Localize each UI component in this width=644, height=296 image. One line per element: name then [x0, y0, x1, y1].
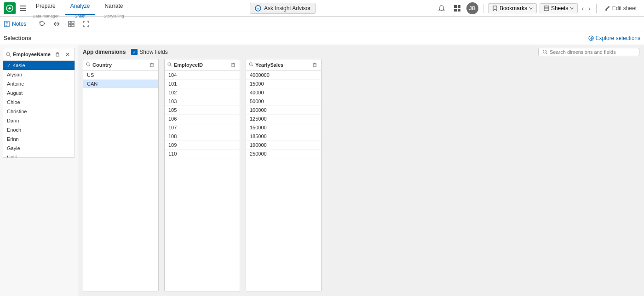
card-item[interactable]: 108	[165, 132, 240, 141]
svg-line-39	[171, 65, 172, 67]
card-item[interactable]: 15000	[246, 80, 321, 88]
bookmarks-button[interactable]: Bookmarks	[488, 3, 537, 13]
bookmark-icon	[492, 6, 498, 11]
card-item[interactable]: 103	[165, 97, 240, 106]
svg-line-25	[10, 55, 11, 57]
top-bar-right: JB Bookmarks Sheets ‹ ›	[435, 2, 640, 15]
filter-item[interactable]: Alyson	[3, 70, 75, 79]
left-panel: EmployeeName ✓KasieAlysonAntoineAug	[0, 45, 78, 296]
filter-item[interactable]: Chloe	[3, 98, 75, 107]
notes-button[interactable]: Notes	[4, 21, 26, 27]
filter-item[interactable]: Christine	[3, 107, 75, 116]
avatar[interactable]: JB	[466, 2, 478, 14]
card-item[interactable]: 100000	[246, 106, 321, 115]
card-trash-icon	[231, 63, 236, 67]
filter-item[interactable]: Holli	[3, 153, 75, 157]
card-item[interactable]: 50000	[246, 97, 321, 106]
show-fields-toggle[interactable]: ✓ Show fields	[131, 49, 167, 55]
card-item[interactable]: 110	[165, 150, 240, 158]
search-icon	[542, 49, 548, 55]
filter-title: EmployeeName	[13, 52, 52, 57]
card-item[interactable]: 185000	[246, 132, 321, 141]
card-list-country: USCAN	[83, 71, 158, 291]
snap-icon	[68, 20, 75, 28]
card-clear-button-employeeId[interactable]	[230, 61, 237, 69]
notifications-button[interactable]	[435, 2, 448, 15]
card-item[interactable]: 104	[165, 71, 240, 80]
svg-rect-19	[69, 21, 71, 23]
filter-item[interactable]: Antoine	[3, 79, 75, 88]
svg-rect-40	[232, 64, 235, 67]
card-item[interactable]: 102	[165, 88, 240, 97]
resize-icon	[53, 20, 60, 28]
card-header-yearlySales: YearlySales	[246, 59, 321, 71]
filter-list: ✓KasieAlysonAntoineAugustChloeChristineD…	[3, 61, 75, 157]
svg-point-33	[86, 63, 89, 65]
card-item[interactable]: 109	[165, 141, 240, 150]
filter-clear-button[interactable]	[53, 50, 62, 58]
edit-sheet-button[interactable]: Edit sheet	[601, 4, 640, 13]
next-nav-button[interactable]: ›	[587, 5, 592, 12]
apps-button[interactable]	[451, 2, 464, 15]
notes-label: Notes	[12, 21, 26, 27]
top-bar-left: Prepare Data manager Analyze Sheet Narra…	[4, 0, 130, 18]
filter-close-button[interactable]	[63, 50, 72, 58]
svg-point-31	[543, 50, 546, 53]
card-item[interactable]: 40000	[246, 88, 321, 97]
card-clear-button-country[interactable]	[148, 61, 155, 69]
analyze-tab-group: Analyze Sheet	[65, 0, 96, 18]
prepare-tab[interactable]: Prepare	[30, 0, 61, 15]
filter-item[interactable]: August	[3, 88, 75, 98]
card-item[interactable]: CAN	[83, 80, 158, 88]
card-clear-button-yearlySales[interactable]	[311, 61, 318, 69]
card-search-icon	[86, 62, 91, 67]
card-item[interactable]: 106	[165, 115, 240, 123]
card-item[interactable]: 107	[165, 123, 240, 132]
card-item[interactable]: 150000	[246, 123, 321, 132]
sheets-icon	[544, 6, 549, 11]
card-item[interactable]: 250000	[246, 150, 321, 158]
filter-item[interactable]: Gayle	[3, 144, 75, 153]
search-dimensions-input[interactable]	[550, 49, 632, 55]
card-item[interactable]: 125000	[246, 115, 321, 123]
fullscreen-icon	[82, 20, 90, 28]
card-header-employeeId: EmployeeID	[165, 59, 240, 71]
filter-item[interactable]: Erinn	[3, 134, 75, 144]
selections-bar: Selections Explore selections	[0, 31, 644, 45]
snap-button[interactable]	[65, 18, 77, 30]
fullscreen-button[interactable]	[80, 18, 92, 30]
employee-name-filter: EmployeeName ✓KasieAlysonAntoineAug	[3, 48, 75, 158]
filter-item[interactable]: ✓Kasie	[3, 61, 75, 70]
svg-line-32	[546, 53, 547, 54]
prepare-tab-group: Prepare Data manager	[30, 0, 61, 18]
ask-insight-advisor-button[interactable]: ? Ask Insight Advisor	[250, 3, 316, 14]
svg-rect-26	[56, 53, 59, 56]
explore-selections-button[interactable]: Explore selections	[588, 35, 640, 41]
separator2	[596, 4, 597, 13]
prev-nav-button[interactable]: ‹	[581, 5, 585, 12]
top-bar: Prepare Data manager Analyze Sheet Narra…	[0, 0, 644, 17]
app-dimensions-header: App dimensions ✓ Show fields	[78, 45, 644, 59]
hamburger-button[interactable]	[17, 3, 29, 14]
card-item[interactable]: 101	[165, 80, 240, 88]
sheets-button[interactable]: Sheets	[540, 3, 578, 13]
filter-item[interactable]: Darin	[3, 116, 75, 125]
narrate-subtitle: Storytelling	[99, 14, 128, 18]
lasso-select-button[interactable]	[36, 18, 48, 30]
show-fields-checkbox[interactable]: ✓	[131, 49, 138, 55]
card-search-icon	[167, 62, 172, 67]
card-item[interactable]: US	[83, 71, 158, 80]
analyze-tab[interactable]: Analyze	[65, 0, 96, 15]
card-item[interactable]: 190000	[246, 141, 321, 150]
explore-selections-icon	[588, 35, 594, 41]
main-content: EmployeeName ✓KasieAlysonAntoineAug	[0, 45, 644, 296]
resize-button[interactable]	[51, 18, 63, 30]
card-trash-icon	[312, 63, 317, 67]
card-item[interactable]: 105	[165, 106, 240, 115]
show-fields-label: Show fields	[139, 49, 167, 55]
dimension-card-yearlySales: YearlySales40000001500040000500001000001…	[246, 59, 322, 291]
card-item[interactable]: 4000000	[246, 71, 321, 80]
card-search-icon	[249, 62, 253, 67]
narrate-tab[interactable]: Narrate	[99, 0, 128, 15]
filter-item[interactable]: Enoch	[3, 125, 75, 134]
